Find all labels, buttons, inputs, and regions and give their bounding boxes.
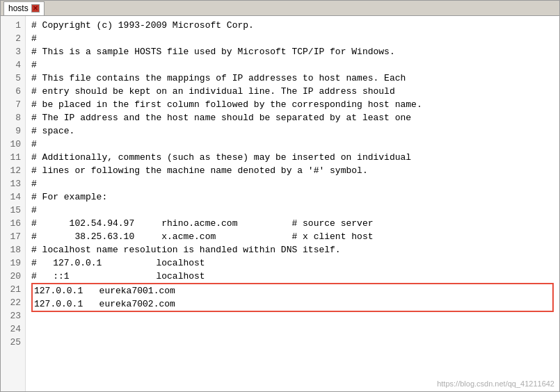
line-numbers: 1234567891011121314151617181920212223242… <box>1 16 26 391</box>
line-number: 20 <box>5 270 21 283</box>
code-line: # This is a sample HOSTS file used by Mi… <box>31 45 554 58</box>
close-button[interactable]: ✕ <box>31 4 40 13</box>
code-line: # ::1 localhost <box>31 270 554 283</box>
code-line: # <box>31 177 554 190</box>
title-bar: hosts ✕ <box>1 1 559 16</box>
code-line: # <box>31 204 554 217</box>
code-line: 127.0.0.1 eureka7001.com <box>31 283 554 297</box>
line-number: 8 <box>5 111 21 124</box>
code-line: # Additionally, comments (such as these)… <box>31 151 554 164</box>
tab-title: hosts <box>8 3 29 13</box>
window: hosts ✕ 12345678910111213141516171819202… <box>0 0 560 392</box>
code-line: # lines or following the machine name de… <box>31 164 554 177</box>
code-line: # This file contains the mappings of IP … <box>31 72 554 85</box>
line-number: 14 <box>5 190 21 204</box>
line-number: 7 <box>5 98 21 111</box>
line-number: 24 <box>5 322 21 336</box>
line-number: 3 <box>5 45 21 58</box>
line-number: 10 <box>5 138 21 151</box>
line-number: 17 <box>5 230 21 243</box>
line-number: 5 <box>5 72 21 85</box>
code-line: # 127.0.0.1 localhost <box>31 256 554 270</box>
line-number: 13 <box>5 177 21 190</box>
line-number: 12 <box>5 164 21 177</box>
line-number: 1 <box>5 19 21 32</box>
line-number: 6 <box>5 85 21 98</box>
line-number: 16 <box>5 217 21 230</box>
code-line: # Copyright (c) 1993-2009 Microsoft Corp… <box>31 19 554 32</box>
code-line: # <box>31 32 554 45</box>
code-line: # For example: <box>31 190 554 204</box>
line-number: 19 <box>5 256 21 270</box>
code-area[interactable]: # Copyright (c) 1993-2009 Microsoft Corp… <box>26 16 559 391</box>
line-number: 23 <box>5 309 21 322</box>
line-number: 15 <box>5 204 21 217</box>
code-line: # <box>31 58 554 72</box>
code-line: 127.0.0.1 eureka7002.com <box>31 297 554 312</box>
title-tab[interactable]: hosts ✕ <box>3 1 45 15</box>
line-number: 18 <box>5 243 21 256</box>
watermark: https://blog.csdn.net/qq_41211642 <box>437 379 554 388</box>
code-line: # 102.54.94.97 rhino.acme.com # source s… <box>31 217 554 230</box>
line-number: 22 <box>5 296 21 309</box>
line-number: 21 <box>5 283 21 296</box>
code-line: # space. <box>31 124 554 138</box>
code-line: # The IP address and the host name shoul… <box>31 111 554 124</box>
line-number: 9 <box>5 124 21 138</box>
code-line: # entry should be kept on an individual … <box>31 85 554 98</box>
code-line: # localhost name resolution is handled w… <box>31 243 554 256</box>
line-number: 11 <box>5 151 21 164</box>
line-number: 4 <box>5 58 21 72</box>
line-number: 2 <box>5 32 21 45</box>
code-line: # <box>31 138 554 151</box>
line-number: 25 <box>5 336 21 349</box>
code-line: # be placed in the first column followed… <box>31 98 554 111</box>
editor-area: 1234567891011121314151617181920212223242… <box>1 16 559 391</box>
code-line: # 38.25.63.10 x.acme.com # x client host <box>31 230 554 243</box>
